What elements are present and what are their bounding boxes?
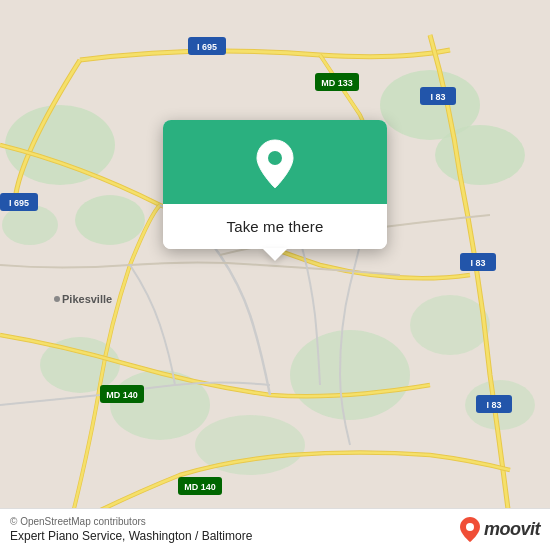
location-pin-icon	[253, 138, 297, 190]
svg-text:MD 140: MD 140	[184, 482, 216, 492]
popup-card: Take me there	[163, 120, 387, 249]
svg-text:I 83: I 83	[486, 400, 501, 410]
svg-text:Pikesville: Pikesville	[62, 293, 112, 305]
svg-point-10	[410, 295, 490, 355]
moovit-pin-icon	[459, 516, 481, 543]
copyright-text: © OpenStreetMap contributors	[10, 516, 252, 527]
take-me-there-button[interactable]: Take me there	[163, 204, 387, 249]
svg-point-31	[466, 523, 474, 531]
place-title: Expert Piano Service, Washington / Balti…	[10, 529, 252, 543]
svg-text:I 695: I 695	[197, 42, 217, 52]
svg-point-5	[435, 125, 525, 185]
bottom-bar: © OpenStreetMap contributors Expert Pian…	[0, 508, 550, 550]
moovit-logo: moovit	[459, 516, 540, 543]
map-background: I 695 I 695 MD 133 I 83 I 83 I 83 MD 140…	[0, 0, 550, 550]
svg-text:MD 140: MD 140	[106, 390, 138, 400]
map-container: I 695 I 695 MD 133 I 83 I 83 I 83 MD 140…	[0, 0, 550, 550]
popup-arrow	[262, 248, 288, 261]
moovit-text: moovit	[484, 519, 540, 540]
svg-text:I 83: I 83	[470, 258, 485, 268]
svg-text:I 695: I 695	[9, 198, 29, 208]
svg-text:I 83: I 83	[430, 92, 445, 102]
bottom-info: © OpenStreetMap contributors Expert Pian…	[10, 516, 252, 543]
svg-text:MD 133: MD 133	[321, 78, 353, 88]
svg-point-30	[268, 151, 282, 165]
svg-point-2	[75, 195, 145, 245]
popup-header	[163, 120, 387, 204]
svg-point-29	[54, 296, 60, 302]
svg-point-6	[290, 330, 410, 420]
